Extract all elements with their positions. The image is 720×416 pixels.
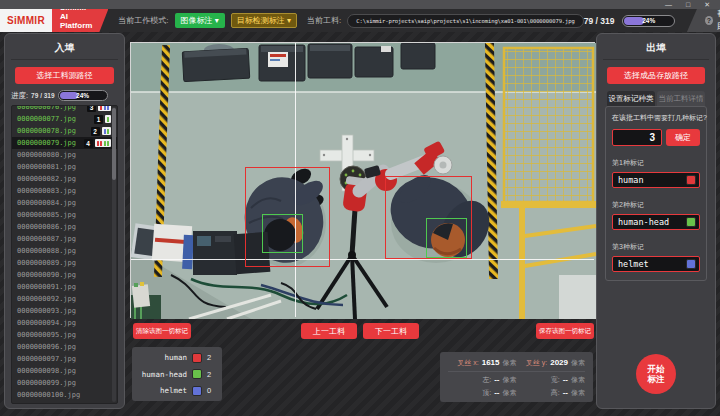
annotation-legend: human2human-head2helmet0 bbox=[132, 347, 222, 401]
file-name: 0000000079.jpg bbox=[17, 139, 76, 147]
file-list-item[interactable]: 0000000096.jpg bbox=[17, 341, 111, 353]
annotation-marks bbox=[105, 115, 111, 123]
label-3-caption: 第3种标记 bbox=[612, 242, 700, 252]
file-list-item[interactable]: 0000000079.jpg4 bbox=[12, 137, 117, 149]
file-list-item[interactable]: 00000000100.jpg bbox=[17, 389, 111, 401]
legend-color-swatch bbox=[192, 386, 202, 396]
image-canvas[interactable] bbox=[130, 42, 595, 318]
tab-current-file-details[interactable]: 当前工料详情 bbox=[657, 91, 705, 106]
input-progress-bar: 24% bbox=[58, 90, 108, 101]
mode-label: 当前工作模式: bbox=[118, 15, 168, 26]
file-list-item[interactable]: 0000000090.jpg bbox=[17, 269, 111, 281]
file-name: 0000000099.jpg bbox=[17, 379, 76, 387]
current-file-path: C:\simmir-projects\saip\projects\s1\inco… bbox=[347, 14, 583, 28]
file-list-item[interactable]: 0000000092.jpg bbox=[17, 293, 111, 305]
file-list-item[interactable]: 0000000086.jpg bbox=[17, 221, 111, 233]
select-source-path-button[interactable]: 选择工料源路径 bbox=[15, 67, 113, 84]
file-list-item[interactable]: 0000000080.jpg bbox=[17, 149, 111, 161]
box-height-value: -- bbox=[563, 388, 568, 397]
select-output-path-button[interactable]: 选择成品存放路径 bbox=[607, 67, 705, 84]
label-1-color-swatch[interactable] bbox=[686, 175, 696, 185]
file-list-item[interactable]: 0000000078.jpg2 bbox=[17, 125, 111, 137]
legend-label: human bbox=[138, 353, 187, 362]
file-name: 0000000080.jpg bbox=[17, 151, 76, 159]
label-1-input[interactable]: human bbox=[612, 172, 700, 188]
file-list-item[interactable]: 0000000098.jpg bbox=[17, 365, 111, 377]
file-list-item[interactable]: 0000000087.jpg bbox=[17, 233, 111, 245]
file-name: 0000000083.jpg bbox=[17, 187, 76, 195]
label-1-caption: 第1种标记 bbox=[612, 158, 700, 168]
crosshair-x-value: 1615 bbox=[482, 358, 500, 367]
confirm-button[interactable]: 确定 bbox=[666, 129, 700, 146]
file-name: 0000000088.jpg bbox=[17, 247, 76, 255]
legend-count: 0 bbox=[202, 386, 216, 395]
file-list-item[interactable]: 0000000081.jpg bbox=[17, 161, 111, 173]
file-list-item[interactable]: 0000000097.jpg bbox=[17, 353, 111, 365]
file-list-item[interactable]: 0000000091.jpg bbox=[17, 281, 111, 293]
file-name: 0000000090.jpg bbox=[17, 271, 76, 279]
label-2-input[interactable]: human-head bbox=[612, 214, 700, 230]
box-width-value: -- bbox=[563, 375, 568, 384]
file-list-item[interactable]: 0000000077.jpg1 bbox=[17, 113, 111, 125]
file-name: 0000000091.jpg bbox=[17, 283, 76, 291]
global-progress-count: 79 / 319 bbox=[584, 16, 615, 26]
annotation-layer bbox=[131, 43, 594, 317]
input-progress-row: 进度: 79 / 319 24% bbox=[11, 90, 118, 101]
annotation-count-badge: 3 bbox=[87, 105, 96, 112]
file-list-item[interactable]: 0000000085.jpg bbox=[17, 209, 111, 221]
file-list-item[interactable]: 0000000084.jpg bbox=[17, 197, 111, 209]
maximize-icon[interactable]: □ bbox=[686, 1, 690, 8]
legend-label: helmet bbox=[138, 386, 187, 395]
annotation-box-human-head[interactable] bbox=[262, 214, 303, 253]
file-name: 0000000098.jpg bbox=[17, 367, 76, 375]
file-list-item[interactable]: 0000000088.jpg bbox=[17, 245, 111, 257]
file-list-item[interactable]: 00000000101.jpg bbox=[17, 401, 111, 404]
label-3-input[interactable]: helmet bbox=[612, 256, 700, 272]
start-annotation-button[interactable]: 开始 标注 bbox=[636, 354, 676, 394]
annotation-box-human-head[interactable] bbox=[426, 218, 467, 258]
file-name: 0000000095.jpg bbox=[17, 331, 76, 339]
file-list-item[interactable]: 0000000089.jpg bbox=[17, 257, 111, 269]
help-button[interactable]: ? 帮助 bbox=[687, 9, 720, 32]
label-settings-group: 在该批工料中需要打几种标记? 3 确定 第1种标记 human 第2种标记 hu… bbox=[605, 106, 707, 281]
app-title-tab: Simmir AI Platform (SAIP) bbox=[52, 9, 108, 32]
annotation-marks bbox=[95, 139, 112, 147]
mode-dropdown-primary[interactable]: 图像标注 ▾ bbox=[175, 13, 225, 28]
file-list-item[interactable]: 0000000099.jpg bbox=[17, 377, 111, 389]
legend-count: 2 bbox=[202, 353, 216, 362]
legend-label: human-head bbox=[138, 370, 187, 379]
clear-annotations-button[interactable]: 清除该图一切标记 bbox=[133, 323, 191, 339]
file-name: 0000000081.jpg bbox=[17, 163, 76, 171]
previous-file-button[interactable]: 上一工料 bbox=[301, 323, 357, 339]
label-count-input[interactable]: 3 bbox=[612, 129, 662, 146]
minimize-icon[interactable]: — bbox=[665, 1, 672, 8]
legend-row: human2 bbox=[138, 351, 216, 364]
input-panel: 入埠 选择工料源路径 进度: 79 / 319 24% 0000000076.j… bbox=[4, 33, 125, 409]
file-list-item[interactable]: 0000000082.jpg bbox=[17, 173, 111, 185]
box-left-value: -- bbox=[494, 375, 499, 384]
file-list-item[interactable]: 0000000076.jpg3 bbox=[17, 105, 111, 113]
logo: SiMMIR bbox=[0, 9, 52, 32]
window-titlebar: — □ ✕ bbox=[0, 0, 720, 9]
file-list-scrollbar[interactable] bbox=[112, 107, 116, 402]
file-list-item[interactable]: 0000000095.jpg bbox=[17, 329, 111, 341]
file-list-item[interactable]: 0000000083.jpg bbox=[17, 185, 111, 197]
tab-set-label-types[interactable]: 设置标记种类 bbox=[607, 91, 655, 106]
file-name: 0000000085.jpg bbox=[17, 211, 76, 219]
file-list-item[interactable]: 0000000094.jpg bbox=[17, 317, 111, 329]
label-3-color-swatch[interactable] bbox=[686, 259, 696, 269]
mode-dropdown-secondary[interactable]: 目标检测标注 ▾ bbox=[231, 13, 297, 28]
output-panel: 出埠 选择成品存放路径 设置标记种类 当前工料详情 在该批工料中需要打几种标记?… bbox=[596, 33, 716, 409]
close-icon[interactable]: ✕ bbox=[704, 1, 710, 8]
file-name: 0000000092.jpg bbox=[17, 295, 76, 303]
file-list-item[interactable]: 0000000093.jpg bbox=[17, 305, 111, 317]
next-file-button[interactable]: 下一工料 bbox=[363, 323, 419, 339]
annotation-count-badge: 2 bbox=[91, 127, 100, 136]
annotation-marks bbox=[102, 127, 112, 135]
legend-row: human-head2 bbox=[138, 368, 216, 381]
output-panel-title: 出埠 bbox=[603, 38, 709, 60]
file-name: 0000000086.jpg bbox=[17, 223, 76, 231]
save-annotations-button[interactable]: 保存该图一切标记 bbox=[536, 323, 594, 339]
top-bar: SiMMIR Simmir AI Platform (SAIP) 当前工作模式:… bbox=[0, 9, 720, 32]
label-2-color-swatch[interactable] bbox=[686, 217, 696, 227]
